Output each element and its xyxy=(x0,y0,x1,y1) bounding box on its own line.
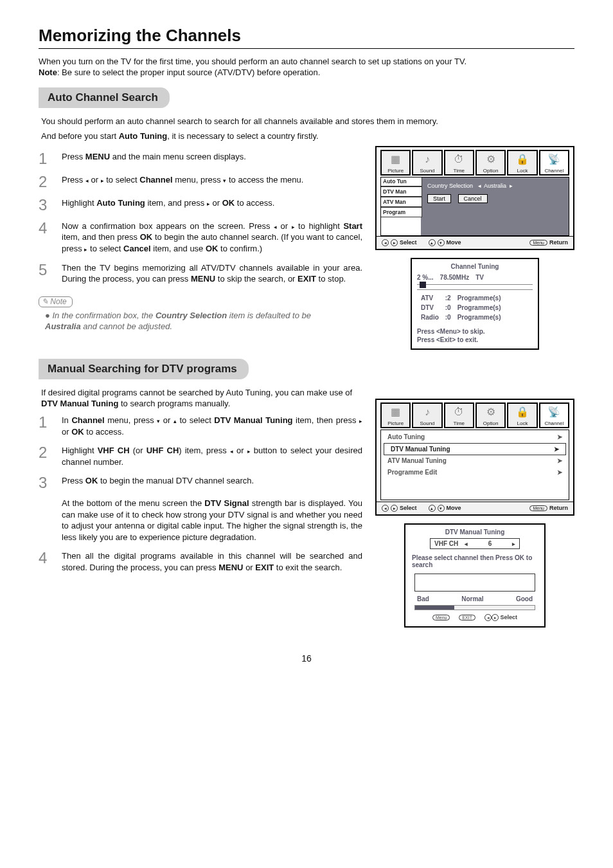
tab-sound[interactable]: ♪Sound xyxy=(412,150,442,176)
t: to confirm.) xyxy=(218,244,262,253)
t: Press xyxy=(62,152,85,161)
section1-intro-b: And before you start Auto Tuning, it is … xyxy=(41,131,574,142)
tab-option[interactable]: ⚙Option xyxy=(475,150,506,176)
t: Select xyxy=(400,505,417,511)
left-arrow-icon[interactable] xyxy=(478,183,481,189)
submenu-atv-manual[interactable]: ATV Man xyxy=(380,197,422,207)
step-number: 4 xyxy=(39,550,62,573)
t: Start xyxy=(343,221,362,231)
t: to access. xyxy=(84,427,124,437)
picture-icon: ▦ xyxy=(391,151,400,168)
left-key-icon: ◂ xyxy=(382,239,389,246)
osd-footer: ◂▸ Select ▴▾ Move Menu Return xyxy=(377,502,573,514)
left-arrow-icon[interactable] xyxy=(465,540,468,547)
country-label: Country Selection xyxy=(427,183,473,189)
t: (or xyxy=(130,446,147,455)
tab-time[interactable]: ⏱Time xyxy=(444,402,474,428)
t: Country Selection xyxy=(155,311,227,320)
label-good: Good xyxy=(516,595,533,602)
tab-picture[interactable]: ▦Picture xyxy=(380,150,411,176)
submenu-dtv-manual[interactable]: DTV Man xyxy=(380,186,422,197)
step-number: 2 xyxy=(39,445,62,467)
submenu-programme-edit[interactable]: Program xyxy=(380,207,422,217)
chevron-right-icon: ➤ xyxy=(557,433,562,440)
t: :2 xyxy=(443,294,454,302)
t: item is defaulted to be xyxy=(227,311,311,320)
step-2-body: Press or to select Channel menu, press t… xyxy=(62,174,362,190)
t: Note xyxy=(50,297,66,306)
t: Press xyxy=(62,175,85,185)
sound-icon: ♪ xyxy=(425,404,430,420)
t: Option xyxy=(483,168,499,174)
t: Select xyxy=(400,239,417,246)
channel-selector-row[interactable]: VHF CH 6 xyxy=(430,538,520,549)
right-arrow-icon[interactable] xyxy=(512,540,515,547)
country-value: Australia xyxy=(484,183,506,189)
t: menu, press xyxy=(105,415,157,425)
osd-auto-tuning-confirm: ▦Picture ♪Sound ⏱Time ⚙Option 🔒Lock 📡Cha… xyxy=(375,146,574,250)
label-bad: Bad xyxy=(417,595,429,602)
intro-paragraph: When you turn on the TV for the first ti… xyxy=(39,57,574,78)
t: Channel xyxy=(544,420,564,426)
tab-lock[interactable]: 🔒Lock xyxy=(507,402,537,428)
channel-value: 6 xyxy=(474,540,506,547)
signal-labels: Bad Normal Good xyxy=(409,594,540,604)
cancel-button[interactable]: Cancel xyxy=(458,194,488,203)
country-row: Country Selection Australia xyxy=(427,183,562,189)
tab-option[interactable]: ⚙Option xyxy=(475,402,506,428)
item-atv-manual-tuning[interactable]: ATV Manual Tuning➤ xyxy=(381,455,569,467)
popup-msg-skip: Press <Menu> to skip. xyxy=(417,328,533,335)
t: Australia xyxy=(45,321,81,331)
t: EXIT xyxy=(255,563,274,572)
t: Sound xyxy=(420,168,434,174)
t: Radio xyxy=(418,313,441,321)
t: In the confirmation box, the xyxy=(52,311,155,320)
table-row: ATV:2Programme(s) xyxy=(418,294,504,302)
t: to select xyxy=(177,415,214,425)
popup-title: Channel Tuning xyxy=(417,263,533,270)
down-key-icon: ▾ xyxy=(438,505,445,512)
item-auto-tuning[interactable]: Auto Tuning➤ xyxy=(381,431,569,443)
t: to select xyxy=(104,175,140,185)
tab-picture[interactable]: ▦Picture xyxy=(380,402,411,428)
step-number: 2 xyxy=(39,174,62,190)
sound-icon: ♪ xyxy=(425,151,430,168)
txt: And before you start xyxy=(41,131,119,141)
osd-tabs: ▦Picture ♪Sound ⏱Time ⚙Option 🔒Lock 📡Cha… xyxy=(377,400,573,428)
t: MENU xyxy=(218,563,243,572)
step-number: 3 xyxy=(39,197,62,213)
t: to exit the search. xyxy=(274,563,342,572)
tab-channel[interactable]: 📡Channel xyxy=(539,150,569,176)
menu-key-icon: Menu xyxy=(529,240,547,246)
lock-icon: 🔒 xyxy=(516,404,529,420)
tab-sound[interactable]: ♪Sound xyxy=(412,402,442,428)
t: to access the menu. xyxy=(226,175,303,185)
item-programme-edit[interactable]: Programme Edit➤ xyxy=(381,467,569,478)
down-key-icon: ▾ xyxy=(438,239,445,246)
tab-channel[interactable]: 📡Channel xyxy=(539,402,569,428)
tuning-counts-table: ATV:2Programme(s) DTV:0Programme(s) Radi… xyxy=(417,293,505,323)
chevron-right-icon: ➤ xyxy=(554,446,559,453)
t: DTV Manual Tuning xyxy=(391,446,450,453)
t: OK xyxy=(140,232,153,242)
note-label: ✎ Note xyxy=(39,296,73,307)
submenu-auto-tuning[interactable]: Auto Tun xyxy=(380,177,422,186)
step-5-body: Then the TV begins memorizing all ATV/DT… xyxy=(62,262,362,285)
osd-main: Auto Tun DTV Man ATV Man Program Country… xyxy=(380,177,569,236)
option-icon: ⚙ xyxy=(486,151,495,168)
t: Return xyxy=(549,505,568,511)
t: MENU xyxy=(85,152,110,161)
t: or xyxy=(89,175,101,185)
tab-lock[interactable]: 🔒Lock xyxy=(507,150,537,176)
start-button[interactable]: Start xyxy=(427,194,451,203)
tab-time[interactable]: ⏱Time xyxy=(444,150,474,176)
right-arrow-icon[interactable] xyxy=(510,183,513,189)
t: or xyxy=(160,415,173,425)
progress-frequency: 78.50MHz xyxy=(440,274,470,281)
t: Picture xyxy=(387,420,404,426)
t: Lock xyxy=(517,168,528,174)
t: Option xyxy=(483,420,499,426)
t: and cannot be adjusted. xyxy=(81,321,172,331)
progress-percent: 2 %... xyxy=(417,274,434,281)
item-dtv-manual-tuning[interactable]: DTV Manual Tuning➤ xyxy=(384,443,566,455)
